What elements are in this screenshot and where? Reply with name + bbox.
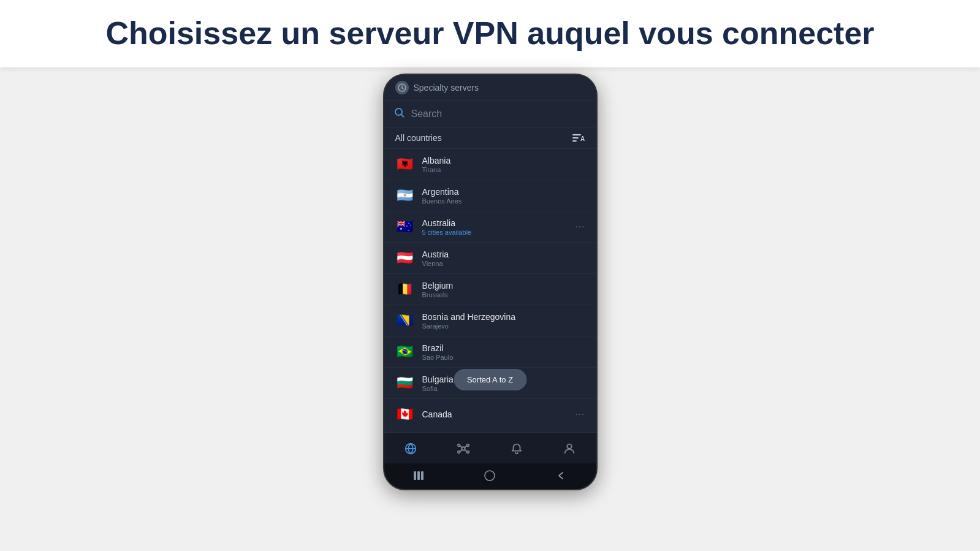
list-item[interactable]: 🇧🇪 Belgium Brussels	[384, 274, 596, 305]
country-name: Austria	[422, 249, 585, 259]
nav-bell[interactable]	[501, 438, 532, 460]
android-home-btn[interactable]	[477, 468, 502, 483]
country-info-bosnia: Bosnia and Herzegovina Sarajevo	[422, 312, 585, 330]
flag-bosnia: 🇧🇦	[395, 311, 415, 330]
list-item[interactable]: 🇦🇷 Argentina Buenos Aires	[384, 180, 596, 211]
country-info-canada: Canada	[422, 409, 568, 419]
more-options-icon[interactable]: ···	[575, 221, 585, 232]
android-nav	[384, 463, 596, 489]
specialty-label: Specialty servers	[414, 83, 479, 93]
list-item[interactable]: 🇦🇱 Albania Tirana	[384, 149, 596, 180]
country-name: Belgium	[422, 281, 585, 291]
flag-austria: 🇦🇹	[395, 248, 415, 268]
country-info-australia: Australia 5 cities available	[422, 218, 568, 236]
nav-user[interactable]	[554, 438, 585, 460]
country-sub: Vienna	[422, 260, 585, 267]
country-info-albania: Albania Tirana	[422, 156, 585, 173]
specialty-icon	[395, 81, 409, 94]
list-item[interactable]: 🇨🇦 Canada ···	[384, 399, 596, 430]
search-icon	[394, 107, 405, 121]
android-back-btn[interactable]	[549, 468, 573, 483]
page-title: Choisissez un serveur VPN auquel vous co…	[105, 15, 874, 52]
list-item[interactable]: 🇦🇺 Australia 5 cities available ···	[384, 211, 596, 243]
bottom-nav	[384, 432, 596, 463]
country-sub: Sao Paulo	[422, 354, 585, 361]
section-header[interactable]: All countries A	[384, 127, 596, 149]
svg-point-8	[467, 451, 469, 454]
specialty-bar[interactable]: Specialty servers	[384, 75, 596, 101]
svg-point-7	[458, 451, 460, 454]
flag-bulgaria: 🇧🇬	[395, 373, 415, 393]
country-sub-cities: 5 cities available	[422, 229, 568, 236]
sort-icon[interactable]: A	[572, 132, 585, 143]
country-list: 🇦🇱 Albania Tirana 🇦🇷 Argentina Buenos Ai…	[384, 149, 596, 432]
country-name: Canada	[422, 409, 568, 419]
svg-point-6	[467, 444, 469, 447]
search-placeholder: Search	[411, 108, 443, 120]
country-info-argentina: Argentina Buenos Aires	[422, 187, 585, 205]
country-sub: Tirana	[422, 166, 585, 173]
list-item[interactable]: 🇧🇦 Bosnia and Herzegovina Sarajevo	[384, 305, 596, 336]
search-bar[interactable]: Search	[384, 101, 596, 127]
sorted-tooltip: Sorted A to Z	[454, 369, 526, 390]
country-sub: Buenos Aires	[422, 197, 585, 205]
nav-mesh[interactable]	[448, 438, 479, 460]
flag-belgium: 🇧🇪	[395, 279, 415, 299]
svg-text:A: A	[580, 135, 585, 142]
country-name: Albania	[422, 156, 585, 165]
country-name: Argentina	[422, 187, 585, 197]
svg-point-13	[485, 471, 495, 481]
svg-point-5	[458, 444, 460, 447]
country-info-belgium: Belgium Brussels	[422, 281, 585, 298]
nav-globe[interactable]	[395, 438, 426, 460]
top-banner: Choisissez un serveur VPN auquel vous co…	[0, 0, 980, 67]
section-title: All countries	[395, 133, 442, 143]
more-options-icon[interactable]: ···	[575, 409, 585, 420]
country-name: Bosnia and Herzegovina	[422, 312, 585, 322]
list-item[interactable]: 🇦🇹 Austria Vienna	[384, 243, 596, 274]
country-name: Australia	[422, 218, 568, 228]
country-sub: Sarajevo	[422, 322, 585, 330]
flag-albania: 🇦🇱	[395, 154, 415, 174]
country-sub: Brussels	[422, 291, 585, 298]
list-item[interactable]: 🇧🇷 Brazil Sao Paulo	[384, 336, 596, 368]
phone-device: Specialty servers Search All countries A	[383, 74, 598, 490]
flag-argentina: 🇦🇷	[395, 186, 415, 205]
android-menu-btn[interactable]	[407, 468, 431, 483]
svg-rect-11	[417, 471, 420, 480]
flag-brazil: 🇧🇷	[395, 342, 415, 362]
country-info-austria: Austria Vienna	[422, 249, 585, 267]
country-info-brazil: Brazil Sao Paulo	[422, 343, 585, 361]
svg-rect-12	[421, 471, 424, 480]
country-name: Brazil	[422, 343, 585, 353]
svg-point-9	[568, 444, 572, 449]
phone-wrapper: Specialty servers Search All countries A	[383, 74, 598, 490]
flag-canada: 🇨🇦	[395, 405, 415, 424]
flag-australia: 🇦🇺	[395, 217, 415, 237]
svg-rect-10	[414, 471, 416, 480]
